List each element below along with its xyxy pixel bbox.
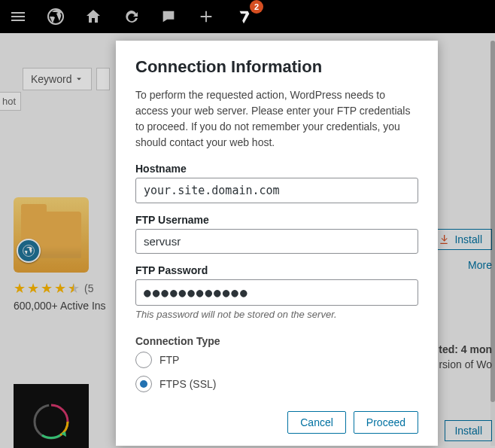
radio-ftps-label: FTPS (SSL) [159,378,216,390]
yoast-icon[interactable]: 2 [230,3,257,30]
wordpress-logo-icon[interactable] [42,3,69,30]
connection-modal: Connection Information To perform the re… [116,41,438,446]
menu-icon[interactable] [5,3,32,30]
radio-ftp[interactable]: FTP [135,352,418,368]
username-label: FTP Username [135,214,418,226]
radio-icon [135,352,152,368]
username-field[interactable] [135,229,418,254]
modal-intro: To perform the requested action, WordPre… [135,87,418,151]
plus-icon[interactable] [193,3,220,30]
password-label: FTP Password [135,264,418,276]
cancel-button[interactable]: Cancel [287,411,346,434]
scroll-thumb[interactable] [490,41,495,402]
comment-icon[interactable] [155,3,182,30]
home-icon[interactable] [80,3,107,30]
admin-bar: 2 [0,0,495,33]
hostname-label: Hostname [135,163,418,175]
radio-ftps[interactable]: FTPS (SSL) [135,376,418,392]
refresh-icon[interactable] [117,3,144,30]
password-hint: This password will not be stored on the … [135,309,418,320]
radio-ftp-label: FTP [159,354,179,366]
password-field[interactable]: ●●●●●●●●●●●● [135,279,418,306]
hostname-field[interactable] [135,178,418,203]
modal-footer: Cancel Proceed [135,411,418,434]
notification-badge: 2 [250,0,263,14]
proceed-button[interactable]: Proceed [354,411,418,434]
modal-title: Connection Information [135,57,418,77]
modal-scrollbar[interactable] [490,41,495,446]
conntype-label: Connection Type [135,335,418,347]
radio-icon-checked [135,376,152,392]
